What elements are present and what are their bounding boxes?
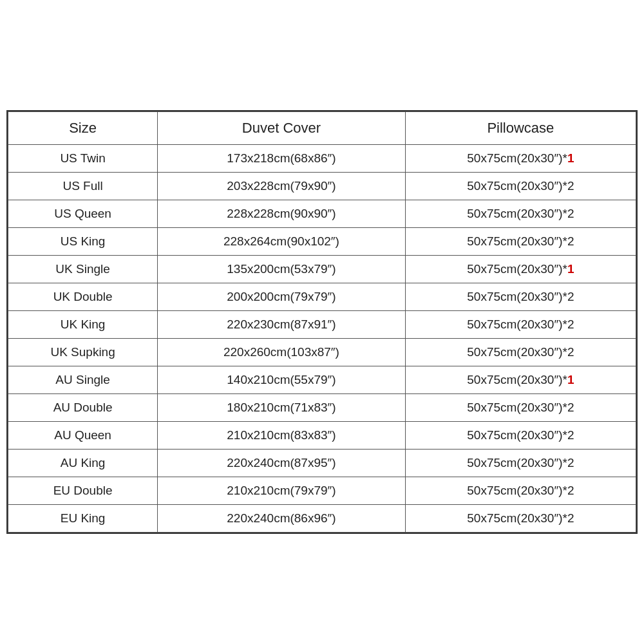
table-row: US Full203x228cm(79x90″)50x75cm(20x30″)*…	[8, 173, 636, 200]
table-header-row: Size Duvet Cover Pillowcase	[8, 112, 636, 145]
cell-size: AU Queen	[8, 422, 158, 450]
cell-duvet: 210x210cm(83x83″)	[158, 422, 406, 450]
cell-duvet: 220x230cm(87x91″)	[158, 311, 406, 339]
table-row: AU Double180x210cm(71x83″)50x75cm(20x30″…	[8, 394, 636, 422]
table-row: AU Single140x210cm(55x79″)50x75cm(20x30″…	[8, 366, 636, 394]
table-row: UK Double200x200cm(79x79″)50x75cm(20x30″…	[8, 283, 636, 311]
table-row: AU Queen210x210cm(83x83″)50x75cm(20x30″)…	[8, 422, 636, 450]
table-row: US Queen228x228cm(90x90″)50x75cm(20x30″)…	[8, 200, 636, 228]
cell-duvet: 220x260cm(103x87″)	[158, 339, 406, 366]
cell-pillow: 50x75cm(20x30″)*1	[405, 145, 636, 173]
cell-duvet: 210x210cm(79x79″)	[158, 477, 406, 505]
cell-pillow: 50x75cm(20x30″)*2	[405, 283, 636, 311]
table-row: EU King220x240cm(86x96″)50x75cm(20x30″)*…	[8, 505, 636, 533]
cell-duvet: 203x228cm(79x90″)	[158, 173, 406, 200]
table-row: AU King220x240cm(87x95″)50x75cm(20x30″)*…	[8, 450, 636, 477]
cell-duvet: 220x240cm(86x96″)	[158, 505, 406, 533]
pillow-text: 50x75cm(20x30″)*	[467, 373, 567, 386]
cell-size: AU Single	[8, 366, 158, 394]
cell-pillow: 50x75cm(20x30″)*2	[405, 422, 636, 450]
cell-pillow: 50x75cm(20x30″)*2	[405, 394, 636, 422]
cell-pillow: 50x75cm(20x30″)*2	[405, 228, 636, 256]
cell-size: UK King	[8, 311, 158, 339]
cell-duvet: 228x264cm(90x102″)	[158, 228, 406, 256]
cell-size: US King	[8, 228, 158, 256]
header-duvet: Duvet Cover	[158, 112, 406, 145]
table-row: US King228x264cm(90x102″)50x75cm(20x30″)…	[8, 228, 636, 256]
cell-pillow: 50x75cm(20x30″)*2	[405, 505, 636, 533]
pillow-count-red: 1	[567, 262, 574, 276]
cell-pillow: 50x75cm(20x30″)*1	[405, 366, 636, 394]
cell-size: UK Double	[8, 283, 158, 311]
cell-size: EU Double	[8, 477, 158, 505]
cell-pillow: 50x75cm(20x30″)*2	[405, 311, 636, 339]
cell-pillow: 50x75cm(20x30″)*2	[405, 477, 636, 505]
table-row: UK Supking220x260cm(103x87″)50x75cm(20x3…	[8, 339, 636, 366]
size-chart-container: Size Duvet Cover Pillowcase US Twin173x2…	[6, 110, 638, 534]
pillow-count-red: 1	[567, 373, 574, 386]
table-row: EU Double210x210cm(79x79″)50x75cm(20x30″…	[8, 477, 636, 505]
cell-pillow: 50x75cm(20x30″)*2	[405, 339, 636, 366]
cell-size: US Queen	[8, 200, 158, 228]
cell-duvet: 140x210cm(55x79″)	[158, 366, 406, 394]
cell-duvet: 173x218cm(68x86″)	[158, 145, 406, 173]
cell-duvet: 180x210cm(71x83″)	[158, 394, 406, 422]
cell-duvet: 220x240cm(87x95″)	[158, 450, 406, 477]
cell-size: AU Double	[8, 394, 158, 422]
cell-size: US Full	[8, 173, 158, 200]
header-size: Size	[8, 112, 158, 145]
cell-size: UK Single	[8, 256, 158, 283]
cell-size: AU King	[8, 450, 158, 477]
pillow-text: 50x75cm(20x30″)*	[467, 262, 567, 276]
size-chart-table: Size Duvet Cover Pillowcase US Twin173x2…	[8, 111, 636, 533]
header-pillow: Pillowcase	[405, 112, 636, 145]
table-row: US Twin173x218cm(68x86″)50x75cm(20x30″)*…	[8, 145, 636, 173]
table-row: UK King220x230cm(87x91″)50x75cm(20x30″)*…	[8, 311, 636, 339]
cell-duvet: 200x200cm(79x79″)	[158, 283, 406, 311]
cell-pillow: 50x75cm(20x30″)*2	[405, 200, 636, 228]
cell-size: UK Supking	[8, 339, 158, 366]
cell-pillow: 50x75cm(20x30″)*2	[405, 173, 636, 200]
cell-duvet: 135x200cm(53x79″)	[158, 256, 406, 283]
table-row: UK Single135x200cm(53x79″)50x75cm(20x30″…	[8, 256, 636, 283]
pillow-text: 50x75cm(20x30″)*	[467, 151, 567, 165]
cell-size: EU King	[8, 505, 158, 533]
cell-size: US Twin	[8, 145, 158, 173]
cell-pillow: 50x75cm(20x30″)*2	[405, 450, 636, 477]
pillow-count-red: 1	[567, 151, 574, 165]
cell-pillow: 50x75cm(20x30″)*1	[405, 256, 636, 283]
cell-duvet: 228x228cm(90x90″)	[158, 200, 406, 228]
